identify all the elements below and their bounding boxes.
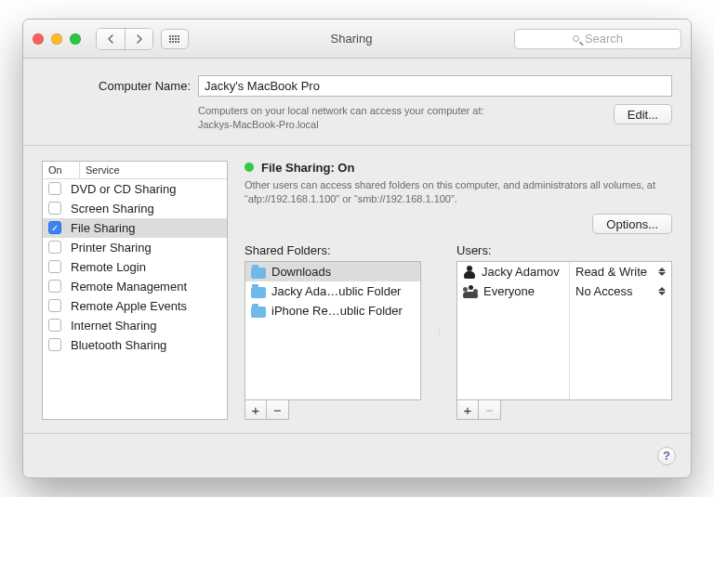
service-row-dvd-cd-sharing[interactable]: DVD or CD Sharing [43,179,227,199]
checkbox-icon[interactable] [48,280,61,293]
computer-name-section: Computer Name: Jacky's MacBook Pro Compu… [23,59,691,146]
service-row-screen-sharing[interactable]: Screen Sharing [43,199,227,218]
shared-folders-label: Shared Folders: [245,243,421,257]
service-row-internet-sharing[interactable]: Internet Sharing [43,316,227,335]
computer-name-description: Computers on your local network can acce… [198,104,606,132]
users-list: Jacky Adamov Everyone Read & Write [456,261,672,400]
computer-name-field[interactable]: Jacky's MacBook Pro [198,75,672,97]
shared-folder-row[interactable]: Downloads [245,262,420,281]
checkbox-icon[interactable] [48,338,61,351]
folder-icon [251,268,266,279]
service-row-remote-apple-events[interactable]: Remote Apple Events [43,296,227,316]
stepper-icon [658,268,666,276]
window-title: Sharing [196,32,507,46]
shared-folders-list: Downloads Jacky Ada…ublic Folder iPhone … [245,261,421,400]
user-row[interactable]: Everyone [457,281,569,301]
search-icon [573,35,579,42]
service-row-printer-sharing[interactable]: Printer Sharing [43,238,227,257]
status-indicator-icon [245,163,254,172]
status-access-text: Other users can access shared folders on… [245,178,672,207]
status-title: File Sharing: On [261,161,354,175]
zoom-window-icon[interactable] [70,33,81,45]
shared-folders-add-remove: + − [245,399,421,420]
grid-icon [169,35,180,43]
remove-folder-button[interactable]: − [267,399,289,420]
sharing-content: On Service DVD or CD Sharing Screen Shar… [23,146,691,434]
traffic-lights [33,33,81,45]
checkbox-icon[interactable] [48,241,61,254]
shared-folders-column: Shared Folders: Downloads Jacky Ada…ubli… [245,243,421,420]
close-window-icon[interactable] [33,33,44,45]
service-row-remote-management[interactable]: Remote Management [43,277,227,296]
service-row-remote-login[interactable]: Remote Login [43,257,227,277]
checkbox-checked-icon[interactable]: ✓ [48,221,61,234]
search-input[interactable]: Search [514,29,681,49]
footer: ? [23,433,691,477]
folder-icon [251,287,266,298]
checkbox-icon[interactable] [48,182,61,195]
service-row-file-sharing[interactable]: ✓ File Sharing [43,218,227,238]
users-label: Users: [456,243,672,257]
back-button[interactable] [97,29,125,49]
user-permission-select[interactable]: No Access [570,281,671,301]
help-button[interactable]: ? [657,447,676,465]
service-detail: File Sharing: On Other users can access … [245,161,672,421]
user-row[interactable]: Jacky Adamov [457,262,569,281]
stepper-icon [658,287,666,295]
checkbox-icon[interactable] [48,319,61,332]
show-all-prefs-button[interactable] [161,29,189,49]
folder-icon [251,307,266,318]
checkbox-icon[interactable] [48,260,61,273]
options-button[interactable]: Options... [592,214,672,234]
titlebar: Sharing Search [23,20,691,59]
people-icon [463,285,478,298]
service-row-bluetooth-sharing[interactable]: Bluetooth Sharing [43,335,227,355]
checkbox-icon[interactable] [48,299,61,312]
computer-name-label: Computer Name: [42,79,191,93]
add-user-button[interactable]: + [456,399,479,420]
column-resize-handle-icon[interactable]: ⋮ [434,313,443,350]
sharing-preferences-window: Sharing Search Computer Name: Jacky's Ma… [22,19,692,478]
search-placeholder: Search [585,32,623,46]
checkbox-icon[interactable] [48,202,61,215]
add-folder-button[interactable]: + [245,399,267,420]
minimize-window-icon[interactable] [51,33,62,45]
users-column: Users: Jacky Adamov Everyone [456,243,672,420]
users-add-remove: + − [456,399,672,420]
edit-hostname-button[interactable]: Edit... [614,104,672,124]
user-permission-select[interactable]: Read & Write [570,262,671,281]
person-icon [463,266,476,279]
forward-button[interactable] [125,29,152,49]
services-list: On Service DVD or CD Sharing Screen Shar… [42,161,228,421]
nav-back-forward [96,28,153,50]
shared-folder-row[interactable]: Jacky Ada…ublic Folder [245,281,420,301]
remove-user-button[interactable]: − [479,399,501,420]
services-header: On Service [43,162,227,179]
shared-folder-row[interactable]: iPhone Re…ublic Folder [245,301,420,320]
